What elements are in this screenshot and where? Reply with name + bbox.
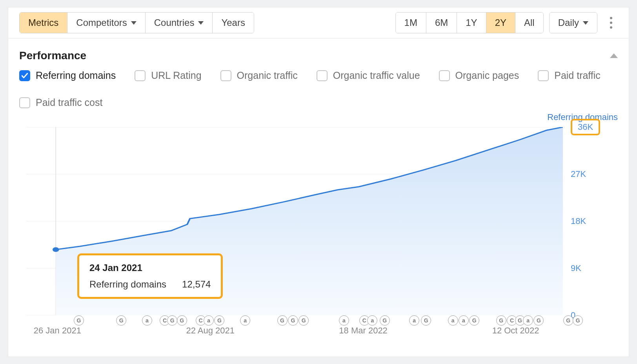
x-axis: GGaCGGCaGaGGGaCaGaGaaGGCGaGGG 26 Jan 202… <box>26 315 563 343</box>
tab-countries[interactable]: Countries <box>145 13 213 33</box>
tab-metrics[interactable]: Metrics <box>20 13 67 33</box>
event-marker[interactable]: G <box>515 315 525 326</box>
event-marker[interactable]: G <box>167 315 177 326</box>
granularity-label: Daily <box>558 17 579 28</box>
range-label: All <box>524 17 535 28</box>
x-tick: 22 Aug 2021 <box>186 326 235 336</box>
metric-label: Paid traffic cost <box>36 97 102 108</box>
range-label: 6M <box>435 17 448 28</box>
metric-checkboxes: Referring domainsURL RatingOrganic traff… <box>19 70 618 108</box>
more-menu[interactable] <box>604 17 618 29</box>
performance-card: Metrics Competitors Countries Years 1M 6… <box>8 7 629 357</box>
metric-label: Paid traffic <box>554 70 601 81</box>
y-tick: 36K <box>571 119 600 135</box>
event-marker[interactable]: a <box>448 315 458 326</box>
metric-label: Organic traffic value <box>333 70 420 81</box>
checkbox-icon <box>439 70 450 81</box>
event-marker[interactable]: G <box>214 315 224 326</box>
metric-paid-traffic[interactable]: Paid traffic <box>538 70 601 81</box>
metric-organic-traffic-value[interactable]: Organic traffic value <box>317 70 420 81</box>
event-marker[interactable]: G <box>277 315 288 326</box>
collapse-toggle[interactable] <box>610 53 618 58</box>
event-marker[interactable]: a <box>523 315 533 326</box>
event-marker[interactable]: C <box>507 315 517 326</box>
event-marker[interactable]: a <box>459 315 469 326</box>
event-marker[interactable]: C <box>196 315 206 326</box>
event-marker[interactable]: a <box>339 315 349 326</box>
toolbar: Metrics Competitors Countries Years 1M 6… <box>8 7 629 38</box>
checkbox-icon <box>19 97 30 108</box>
event-marker[interactable]: G <box>116 315 126 326</box>
filters-group: Metrics Competitors Countries Years <box>19 12 254 33</box>
y-axis: 36K27K18K9K0 <box>567 127 618 315</box>
range-1m[interactable]: 1M <box>396 13 426 33</box>
event-marker[interactable]: a <box>142 315 152 326</box>
event-marker[interactable]: G <box>288 315 298 326</box>
checkbox-icon <box>19 70 30 81</box>
tooltip-value: 12,574 <box>182 279 211 290</box>
event-marker[interactable]: a <box>240 315 250 326</box>
range-label: 2Y <box>495 17 506 28</box>
event-marker[interactable]: G <box>469 315 479 326</box>
chevron-up-icon <box>610 53 618 58</box>
granularity-select[interactable]: Daily <box>550 13 597 33</box>
y-tick: 18K <box>571 216 586 226</box>
range-label: 1Y <box>466 17 477 28</box>
tooltip-metric: Referring domains <box>89 279 166 290</box>
chart-tooltip: 24 Jan 2021 Referring domains 12,574 <box>77 253 223 299</box>
event-marker[interactable]: a <box>204 315 214 326</box>
chevron-down-icon <box>583 21 588 25</box>
event-markers: GGaCGGCaGaGGGaCaGaGaaGGCGaGGG <box>26 315 563 325</box>
event-marker[interactable]: C <box>359 315 369 326</box>
event-marker[interactable]: G <box>496 315 506 326</box>
y-tick: 27K <box>571 169 586 179</box>
range-2y[interactable]: 2Y <box>486 13 515 33</box>
y-tick: 0 <box>571 310 575 320</box>
range-all[interactable]: All <box>515 13 543 33</box>
event-marker[interactable]: a <box>409 315 419 326</box>
event-marker[interactable]: C <box>160 315 170 326</box>
checkbox-icon <box>135 70 146 81</box>
metric-organic-traffic[interactable]: Organic traffic <box>220 70 298 81</box>
tab-label: Competitors <box>76 17 127 28</box>
metric-url-rating[interactable]: URL Rating <box>135 70 201 81</box>
metric-label: Referring domains <box>36 70 116 81</box>
svg-point-6 <box>53 247 59 252</box>
event-marker[interactable]: G <box>380 315 390 326</box>
range-group: 1M 6M 1Y 2Y All <box>395 12 544 33</box>
tab-years[interactable]: Years <box>212 13 254 33</box>
checkbox-icon <box>220 70 231 81</box>
x-tick: 26 Jan 2021 <box>34 326 81 336</box>
panel-body: Performance Referring domainsURL RatingO… <box>8 38 629 319</box>
checkbox-icon <box>317 70 328 81</box>
metric-referring-domains[interactable]: Referring domains <box>19 70 116 81</box>
metric-label: Organic traffic <box>237 70 298 81</box>
panel-header: Performance <box>19 49 618 62</box>
metric-paid-traffic-cost[interactable]: Paid traffic cost <box>19 97 102 108</box>
metric-organic-pages[interactable]: Organic pages <box>439 70 519 81</box>
chart[interactable]: Referring domains 36K27K18K9K0 GGaCGGCaG… <box>26 127 563 315</box>
range-6m[interactable]: 6M <box>426 13 457 33</box>
x-tick: 12 Oct 2022 <box>492 326 539 336</box>
event-marker[interactable]: G <box>533 315 544 326</box>
range-1y[interactable]: 1Y <box>457 13 486 33</box>
checkbox-icon <box>538 70 549 81</box>
event-marker[interactable]: G <box>177 315 187 326</box>
event-marker[interactable]: G <box>298 315 309 326</box>
panel-title: Performance <box>19 49 86 62</box>
x-tick: 18 Mar 2022 <box>339 326 388 336</box>
range-label: 1M <box>404 17 417 28</box>
tab-label: Years <box>221 17 245 28</box>
tab-competitors[interactable]: Competitors <box>67 13 145 33</box>
metric-label: URL Rating <box>151 70 201 81</box>
chevron-down-icon <box>198 21 204 25</box>
granularity-group: Daily <box>549 12 597 33</box>
y-tick: 9K <box>571 263 581 273</box>
tooltip-date: 24 Jan 2021 <box>89 262 211 273</box>
metric-label: Organic pages <box>455 70 519 81</box>
tab-label: Countries <box>154 17 195 28</box>
event-marker[interactable]: G <box>74 315 84 326</box>
event-marker[interactable]: G <box>421 315 431 326</box>
tab-label: Metrics <box>28 17 58 28</box>
event-marker[interactable]: a <box>367 315 377 326</box>
